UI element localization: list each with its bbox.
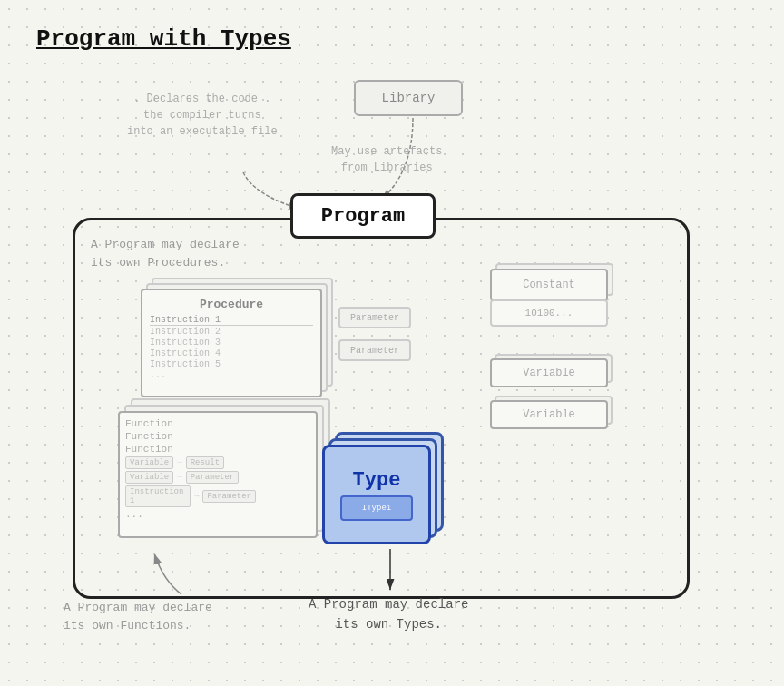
instruction-5: Instruction 5 bbox=[150, 359, 313, 369]
func-row-var1: Variable → Result bbox=[125, 456, 310, 469]
instruction-2: Instruction 2 bbox=[150, 327, 313, 337]
param-box-2: Parameter bbox=[338, 339, 411, 361]
variable-2-label: Variable bbox=[523, 408, 575, 421]
function-title-1: Function bbox=[125, 418, 310, 429]
annotation-procedures: A Program may declareits own Procedures. bbox=[91, 236, 240, 271]
function-title-2: Function bbox=[125, 431, 310, 442]
func-arrow-2: → bbox=[177, 473, 181, 482]
func-param-2: Parameter bbox=[202, 490, 256, 503]
constant-value-text: 10100... bbox=[525, 308, 573, 318]
func-variable-1: Variable bbox=[125, 456, 173, 469]
func-row-instr: Instruction 1 → Parameter bbox=[125, 485, 310, 507]
func-ellipsis: ... bbox=[125, 509, 310, 520]
library-box: Library bbox=[354, 80, 463, 116]
constant-label: Constant bbox=[523, 279, 575, 291]
func-variable-2: Variable bbox=[125, 471, 173, 484]
variable-card-front-2: Variable bbox=[490, 400, 608, 429]
param-box-1: Parameter bbox=[338, 307, 411, 328]
constant-card-front: Constant bbox=[490, 269, 608, 301]
program-label: Program bbox=[321, 205, 405, 228]
func-param-1: Parameter bbox=[186, 471, 240, 484]
func-arrow-3: → bbox=[194, 492, 199, 501]
annotation-artefacts: May use artefactsfrom Libraries bbox=[331, 143, 442, 176]
func-row-var2: Variable → Parameter bbox=[125, 471, 310, 484]
type-card-front: Type IType1 bbox=[322, 445, 431, 544]
func-instruction: Instruction 1 bbox=[125, 485, 191, 507]
program-box: Program bbox=[290, 193, 436, 239]
annotation-declares: . Declares the code .the compiler turnsi… bbox=[127, 91, 278, 140]
func-result: Result bbox=[186, 456, 224, 469]
annotation-types: A Program may declareits own Types. bbox=[309, 594, 468, 635]
instruction-1: Instruction 1 bbox=[150, 315, 313, 326]
library-label: Library bbox=[382, 91, 436, 105]
instruction-4: Instruction 4 bbox=[150, 348, 313, 358]
procedure-title: Procedure bbox=[150, 298, 313, 311]
constant-value: 10100... bbox=[490, 299, 608, 327]
type-inner-box: IType1 bbox=[340, 495, 413, 521]
annotation-functions: A Program may declareits own Functions. bbox=[64, 599, 212, 634]
instruction-3: Instruction 3 bbox=[150, 338, 313, 348]
function-title-3: Function bbox=[125, 444, 310, 455]
function-card-front: Function Function Function Variable → Re… bbox=[118, 411, 318, 538]
variable-1-label: Variable bbox=[523, 367, 575, 379]
type-label: Type bbox=[353, 469, 401, 492]
instruction-ellipsis: ... bbox=[150, 370, 313, 380]
func-arrow-1: → bbox=[177, 458, 181, 467]
type-inner-label: IType1 bbox=[362, 504, 391, 513]
variable-card-front-1: Variable bbox=[490, 358, 608, 387]
page-title: Program with Types bbox=[36, 25, 291, 53]
procedure-card-front: Procedure Instruction 1 Instruction 2 In… bbox=[141, 289, 322, 397]
